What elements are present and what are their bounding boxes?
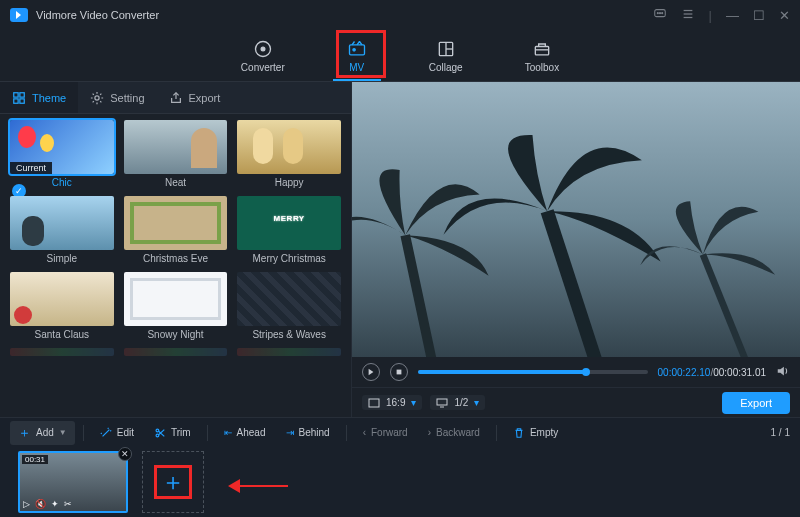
zoom-value: 1/2 — [454, 397, 468, 408]
stop-button[interactable] — [390, 363, 408, 381]
svg-point-8 — [261, 47, 265, 51]
clip-edit-icon[interactable]: ✦ — [51, 499, 59, 509]
theme-name: Simple — [47, 253, 78, 264]
theme-grid: Current ✓ Chic Neat Happy — [10, 120, 341, 356]
export-button[interactable]: Export — [722, 392, 790, 414]
theme-item-chic[interactable]: Current ✓ Chic — [10, 120, 114, 188]
svg-rect-17 — [20, 92, 24, 96]
divider-icon — [346, 425, 347, 441]
video-preview[interactable] — [352, 82, 800, 357]
ahead-label: Ahead — [237, 427, 266, 438]
empty-button[interactable]: Empty — [505, 424, 566, 442]
theme-thumb: Current — [10, 120, 114, 174]
chevron-left-icon: ‹ — [363, 427, 366, 438]
chevron-down-icon: ▼ — [59, 428, 67, 437]
play-button[interactable] — [362, 363, 380, 381]
stop-icon — [395, 368, 403, 376]
theme-thumb — [124, 272, 228, 326]
divider-icon — [207, 425, 208, 441]
svg-point-20 — [95, 95, 99, 99]
plus-icon: ＋ — [18, 424, 31, 442]
add-clip-button[interactable]: ＋ — [142, 451, 204, 513]
toolbox-icon — [532, 39, 552, 59]
close-icon[interactable]: ✕ — [779, 8, 790, 23]
nav-toolbox[interactable]: Toolbox — [511, 39, 573, 81]
divider-icon — [83, 425, 84, 441]
backward-button[interactable]: › Backward — [420, 424, 488, 441]
chevron-down-icon: ▾ — [474, 397, 479, 408]
title-bar: Vidmore Video Converter | — ☐ ✕ — [0, 0, 800, 30]
total-time: 00:00:31.01 — [713, 367, 766, 378]
collage-icon — [436, 39, 456, 59]
theme-item-more-2[interactable] — [124, 348, 228, 356]
tab-setting[interactable]: Setting — [78, 82, 156, 113]
chevron-right-icon: › — [428, 427, 431, 438]
theme-item-simple[interactable]: Simple — [10, 196, 114, 264]
theme-thumb — [237, 120, 341, 174]
theme-item-more-3[interactable] — [237, 348, 341, 356]
theme-thumb — [124, 196, 228, 250]
clip-trim-icon[interactable]: ✂ — [64, 499, 72, 509]
theme-item-snowy-night[interactable]: Snowy Night — [124, 272, 228, 340]
divider-icon — [496, 425, 497, 441]
maximize-icon[interactable]: ☐ — [753, 8, 765, 23]
nav-collage-label: Collage — [429, 62, 463, 73]
theme-name: Santa Claus — [35, 329, 89, 340]
minimize-icon[interactable]: — — [726, 8, 739, 23]
theme-thumb — [10, 348, 114, 356]
theme-item-more-1[interactable] — [10, 348, 114, 356]
nav-toolbox-label: Toolbox — [525, 62, 559, 73]
behind-button[interactable]: ⇥ Behind — [278, 424, 338, 441]
theme-item-santa-claus[interactable]: Santa Claus — [10, 272, 114, 340]
clip-mute-icon[interactable]: 🔇 — [35, 499, 46, 509]
theme-item-neat[interactable]: Neat — [124, 120, 228, 188]
theme-name: Snowy Night — [147, 329, 203, 340]
menu-icon[interactable] — [681, 7, 695, 24]
nav-converter[interactable]: Converter — [227, 39, 299, 81]
svg-rect-22 — [369, 399, 379, 407]
add-button[interactable]: ＋ Add ▼ — [10, 421, 75, 445]
clip-play-icon[interactable]: ▷ — [23, 499, 30, 509]
app-logo-icon — [10, 8, 28, 22]
theme-item-happy[interactable]: Happy — [237, 120, 341, 188]
theme-icon — [12, 91, 26, 105]
nav-collage[interactable]: Collage — [415, 39, 477, 81]
remove-clip-button[interactable]: ✕ — [118, 447, 132, 461]
forward-button[interactable]: ‹ Forward — [355, 424, 416, 441]
theme-thumb — [237, 272, 341, 326]
backward-label: Backward — [436, 427, 480, 438]
chevron-down-icon: ▾ — [411, 397, 416, 408]
seek-bar[interactable] — [418, 370, 648, 374]
timeline-clip[interactable]: 00:31 ✕ ▷ 🔇 ✦ ✂ — [18, 451, 128, 513]
svg-point-25 — [156, 429, 159, 432]
trash-icon — [513, 427, 525, 439]
svg-rect-19 — [20, 98, 24, 102]
volume-icon[interactable] — [776, 364, 790, 380]
svg-rect-21 — [397, 370, 402, 375]
theme-thumb — [10, 272, 114, 326]
tab-export[interactable]: Export — [157, 82, 233, 113]
nav-mv[interactable]: MV — [333, 39, 381, 81]
clip-duration: 00:31 — [22, 455, 48, 464]
theme-name: Chic — [52, 177, 72, 188]
aspect-ratio-select[interactable]: 16:9 ▾ — [362, 395, 422, 410]
trim-button[interactable]: Trim — [146, 424, 199, 442]
theme-item-christmas-eve[interactable]: Christmas Eve — [124, 196, 228, 264]
theme-item-stripes-waves[interactable]: Stripes & Waves — [237, 272, 341, 340]
svg-point-3 — [661, 12, 662, 13]
current-tag: Current — [10, 162, 52, 174]
ahead-button[interactable]: ⇤ Ahead — [216, 424, 274, 441]
annotation-arrow-icon — [228, 479, 288, 493]
theme-name: Happy — [275, 177, 304, 188]
converter-icon — [253, 39, 273, 59]
theme-item-merry-christmas[interactable]: MERRY Merry Christmas — [237, 196, 341, 264]
theme-name: Merry Christmas — [252, 253, 325, 264]
tab-theme-label: Theme — [32, 92, 66, 104]
tab-theme[interactable]: Theme — [0, 82, 78, 113]
feedback-icon[interactable] — [653, 7, 667, 24]
zoom-select[interactable]: 1/2 ▾ — [430, 395, 485, 410]
seek-knob[interactable] — [582, 368, 590, 376]
plus-icon: ＋ — [161, 466, 185, 498]
empty-label: Empty — [530, 427, 558, 438]
edit-button[interactable]: Edit — [92, 424, 142, 442]
